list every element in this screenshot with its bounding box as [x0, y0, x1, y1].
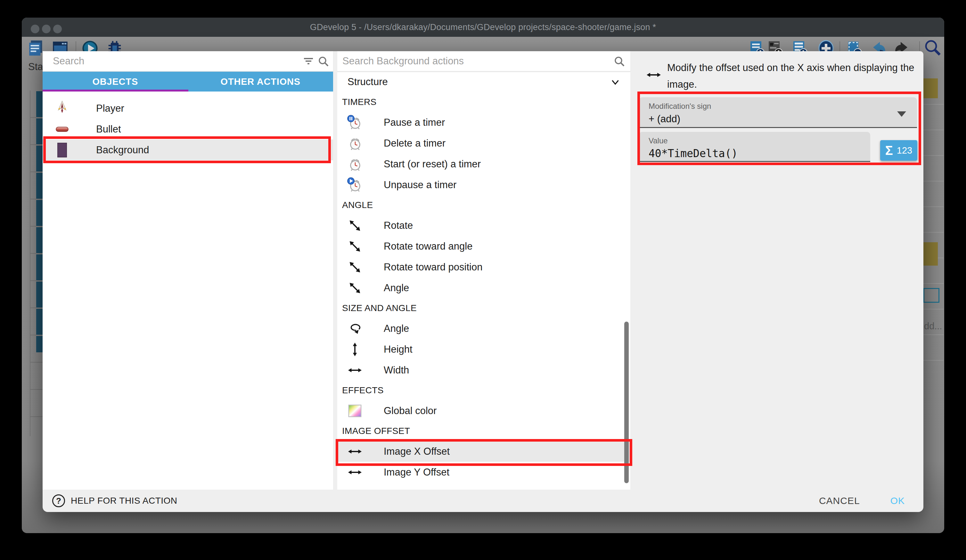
object-item-bullet[interactable]: Bullet — [43, 119, 333, 139]
action-label: Global color — [384, 405, 437, 417]
tab-objects[interactable]: OBJECTS — [43, 72, 188, 92]
rotate-diagonal-icon — [347, 218, 363, 234]
actions-list: TIMERSPause a timerDelete a timerStart (… — [337, 92, 630, 483]
action-item-start-or-reset-a-timer[interactable]: Start (or reset) a timer — [337, 154, 630, 174]
events-sheet-selected-cell — [923, 242, 938, 265]
timer-play-icon — [347, 177, 363, 193]
field-label: Value — [649, 136, 668, 145]
action-item-rotate-toward-angle[interactable]: Rotate toward angle — [337, 236, 630, 257]
filter-icon[interactable] — [302, 55, 315, 68]
horizontal-arrow-icon — [347, 362, 363, 378]
timer-icon — [347, 135, 363, 151]
object-type-tabbar: OBJECTS OTHER ACTIONS — [43, 72, 333, 92]
horizontal-arrow-icon — [347, 444, 363, 460]
expression-button-label: 123 — [897, 145, 912, 156]
section-header-angle: ANGLE — [337, 195, 630, 215]
actions-panel: Structure TIMERSPause a timerDelete a ti… — [337, 51, 630, 490]
help-icon[interactable]: ? — [52, 495, 65, 507]
action-label: Rotate toward position — [384, 262, 482, 273]
objects-search-row — [43, 51, 333, 72]
scrollbar-thumb[interactable] — [624, 322, 629, 483]
object-label: Background — [96, 144, 149, 156]
window-maximize-button[interactable] — [53, 25, 62, 33]
player-icon — [54, 100, 71, 117]
action-label: Rotate toward angle — [384, 241, 472, 252]
events-sheet-highlighted-cell — [923, 288, 940, 303]
window-minimize-button[interactable] — [42, 25, 51, 33]
object-item-background[interactable]: Background — [43, 139, 333, 160]
action-item-rotate-toward-position[interactable]: Rotate toward position — [337, 257, 630, 277]
action-item-rotate[interactable]: Rotate — [337, 215, 630, 236]
section-header-image-offset: IMAGE OFFSET — [337, 421, 630, 441]
action-label: Width — [384, 365, 409, 376]
action-label: Image Y Offset — [384, 467, 449, 478]
vertical-arrow-icon — [347, 341, 363, 357]
action-item-height[interactable]: Height — [337, 339, 630, 360]
screenshot-stage: GDevelop 5 - /Users/dkarakay/Documents/G… — [0, 0, 966, 560]
actions-search-input[interactable] — [337, 51, 630, 71]
action-group-select[interactable]: Structure — [337, 72, 630, 92]
action-label: Angle — [384, 323, 409, 334]
rotate-diagonal-icon — [347, 238, 363, 254]
action-item-image-y-offset[interactable]: Image Y Offset — [337, 462, 630, 483]
action-label: Image X Offset — [384, 446, 450, 457]
action-label: Angle — [384, 282, 409, 294]
section-header-timers: TIMERS — [337, 92, 630, 112]
action-item-image-x-offset[interactable]: Image X Offset — [337, 441, 630, 462]
rotation-ellipse-icon — [347, 321, 363, 337]
action-label: Unpause a timer — [384, 179, 457, 191]
action-item-pause-a-timer[interactable]: Pause a timer — [337, 112, 630, 133]
dropdown-triangle-icon — [897, 111, 906, 117]
action-description: Modify the offset used on the X axis whe… — [667, 59, 927, 93]
actions-search-row — [337, 51, 630, 72]
search-icon[interactable] — [923, 38, 942, 57]
objects-panel: OBJECTS OTHER ACTIONS PlayerBulletBackgr… — [43, 51, 333, 490]
search-icon[interactable] — [317, 55, 330, 68]
field-value: 40*TimeDelta() — [649, 147, 738, 160]
object-item-player[interactable]: Player — [43, 98, 333, 119]
gdevelop-window: GDevelop 5 - /Users/dkarakay/Documents/G… — [22, 18, 944, 533]
action-item-delete-a-timer[interactable]: Delete a timer — [337, 133, 630, 154]
rotate-diagonal-icon — [347, 259, 363, 275]
object-label: Bullet — [96, 123, 121, 135]
window-title: GDevelop 5 - /Users/dkarakay/Documents/G… — [310, 22, 656, 32]
expression-editor-button[interactable]: Σ 123 — [880, 140, 917, 160]
section-header-effects: EFFECTS — [337, 380, 630, 400]
modification-sign-select[interactable]: Modification's sign + (add) — [639, 97, 917, 128]
tab-other-actions[interactable]: OTHER ACTIONS — [188, 72, 334, 92]
value-expression-field[interactable]: Value 40*TimeDelta() — [639, 132, 870, 162]
objects-search-input[interactable] — [43, 51, 333, 71]
action-label: Rotate — [384, 220, 413, 231]
bullet-icon — [54, 121, 71, 138]
action-label: Pause a timer — [384, 117, 445, 128]
action-item-angle[interactable]: Angle — [337, 318, 630, 339]
field-value: + (add) — [649, 113, 680, 125]
titlebar: GDevelop 5 - /Users/dkarakay/Documents/G… — [22, 18, 944, 37]
action-item-global-color[interactable]: Global color — [337, 400, 630, 421]
cancel-button[interactable]: CANCEL — [819, 495, 860, 506]
action-item-width[interactable]: Width — [337, 360, 630, 380]
chevron-down-icon — [609, 76, 621, 88]
search-icon[interactable] — [613, 55, 626, 68]
window-close-button[interactable] — [31, 25, 39, 33]
timer-icon — [347, 156, 363, 172]
action-label: Start (or reset) a timer — [384, 159, 481, 170]
horizontal-arrow-icon — [347, 464, 363, 480]
sigma-icon: Σ — [885, 143, 893, 158]
ok-button[interactable]: OK — [890, 495, 905, 506]
object-label: Player — [96, 103, 124, 114]
selected-tab-underline — [43, 90, 188, 92]
action-group-value: Structure — [348, 76, 388, 88]
action-label: Height — [384, 344, 412, 355]
help-button[interactable]: HELP FOR THIS ACTION — [71, 496, 177, 506]
rotate-diagonal-icon — [347, 280, 363, 296]
events-sheet-partial-add-text: dd... — [924, 321, 942, 332]
field-label: Modification's sign — [649, 102, 711, 111]
action-editor-dialog: OBJECTS OTHER ACTIONS PlayerBulletBackgr… — [43, 51, 923, 512]
dialog-footer: ? HELP FOR THIS ACTION CANCEL OK — [43, 490, 923, 512]
action-label: Delete a timer — [384, 138, 445, 149]
background-icon — [54, 142, 71, 159]
action-item-unpause-a-timer[interactable]: Unpause a timer — [337, 174, 630, 195]
action-item-angle[interactable]: Angle — [337, 277, 630, 298]
section-header-size-and-angle: SIZE AND ANGLE — [337, 298, 630, 318]
